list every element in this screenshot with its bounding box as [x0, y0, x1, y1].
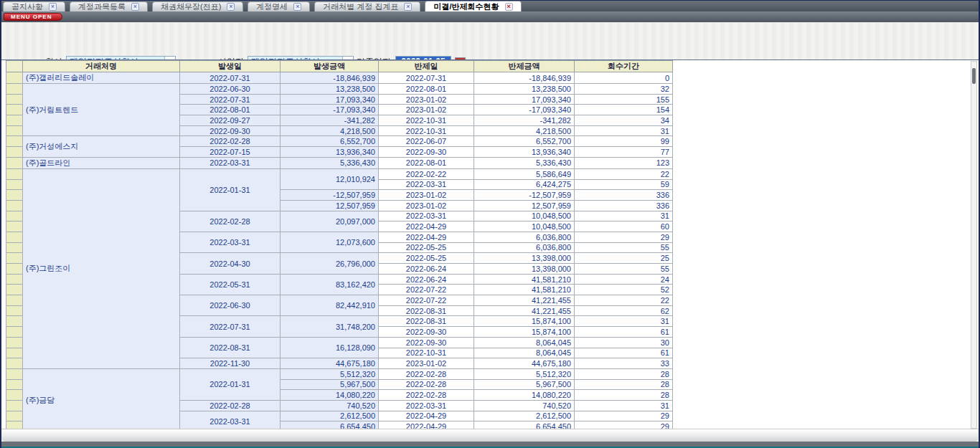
cell-collection-days[interactable]: 123	[575, 157, 673, 168]
cell-settlement-date[interactable]: 2022-04-29	[379, 221, 474, 232]
cell-collection-days[interactable]: 28	[575, 368, 673, 379]
cell-customer-name[interactable]: (주)갤러리드솔레이	[23, 72, 180, 84]
cell-collection-days[interactable]: 336	[575, 200, 673, 211]
cell-collection-days[interactable]: 32	[575, 84, 673, 95]
cell-occurrence-amount[interactable]: 12,073,600	[281, 232, 379, 252]
cell-settlement-amount[interactable]: 8,064,045	[474, 337, 575, 348]
row-selector[interactable]	[6, 295, 23, 306]
cell-occurrence-amount[interactable]: 31,748,200	[281, 316, 379, 337]
cell-occurrence-amount[interactable]: 740,520	[281, 400, 379, 411]
cell-collection-days[interactable]: 33	[575, 358, 673, 369]
cell-occurrence-date[interactable]: 2022-02-28	[180, 136, 281, 147]
cell-collection-days[interactable]: 154	[575, 105, 673, 115]
cell-settlement-date[interactable]: 2022-10-31	[379, 115, 474, 126]
cell-occurrence-amount[interactable]: 6,552,700	[281, 136, 379, 147]
cell-settlement-date[interactable]: 2022-03-31	[379, 400, 474, 411]
row-selector[interactable]	[6, 125, 23, 136]
tab-0[interactable]: 공지사항×	[3, 1, 65, 11]
vertical-scrollbar-thumb[interactable]	[972, 68, 976, 84]
cell-settlement-date[interactable]: 2022-05-25	[379, 253, 474, 264]
row-selector[interactable]	[6, 358, 23, 369]
cell-collection-days[interactable]: 55	[575, 242, 673, 253]
cell-occurrence-date[interactable]: 2022-01-31	[180, 368, 281, 400]
cell-settlement-date[interactable]: 2022-04-29	[379, 421, 474, 429]
cell-customer-name[interactable]: (주)그린조이	[23, 168, 180, 368]
cell-collection-days[interactable]: 30	[575, 337, 673, 348]
row-selector[interactable]	[6, 179, 23, 190]
cell-settlement-amount[interactable]: 41,221,455	[474, 295, 575, 306]
cell-settlement-amount[interactable]: 41,221,455	[474, 305, 575, 316]
cell-settlement-date[interactable]: 2022-06-24	[379, 264, 474, 275]
cell-occurrence-date[interactable]: 2022-02-28	[180, 211, 281, 232]
cell-customer-name[interactable]: (주)거림트렌드	[23, 84, 180, 136]
cell-settlement-amount[interactable]: 13,936,340	[474, 147, 575, 158]
cell-collection-days[interactable]: 60	[575, 221, 673, 232]
cell-occurrence-amount[interactable]: 83,162,420	[281, 274, 379, 295]
row-selector[interactable]	[6, 327, 23, 338]
cell-settlement-date[interactable]: 2022-05-25	[379, 242, 474, 253]
row-selector[interactable]	[6, 211, 23, 221]
cell-collection-days[interactable]: 155	[575, 94, 673, 105]
cell-settlement-amount[interactable]: 15,874,100	[474, 316, 575, 327]
cell-settlement-date[interactable]: 2022-03-31	[379, 179, 474, 190]
row-selector[interactable]	[6, 168, 23, 179]
vertical-scrollbar[interactable]	[971, 61, 977, 429]
cell-settlement-amount[interactable]: 14,080,220	[474, 390, 575, 401]
column-header[interactable]: 발생일	[180, 61, 281, 72]
cell-occurrence-date[interactable]: 2022-07-31	[180, 316, 281, 337]
cell-settlement-date[interactable]: 2022-08-31	[379, 305, 474, 316]
cell-occurrence-amount[interactable]: 14,080,220	[281, 390, 379, 401]
cell-collection-days[interactable]: 99	[575, 136, 673, 147]
cell-collection-days[interactable]: 31	[575, 316, 673, 327]
cell-occurrence-amount[interactable]: 13,238,500	[281, 84, 379, 95]
tab-3[interactable]: 계정명세×	[248, 1, 310, 11]
row-selector[interactable]	[6, 348, 23, 358]
cell-occurrence-date[interactable]: 2022-03-31	[180, 232, 281, 252]
cell-customer-name[interactable]: (주)골드라인	[23, 157, 180, 168]
cell-occurrence-amount[interactable]: 4,218,500	[281, 125, 379, 136]
cell-settlement-date[interactable]: 2022-10-31	[379, 125, 474, 136]
tab-close-icon[interactable]: ×	[293, 3, 301, 11]
cell-settlement-amount[interactable]: 15,874,100	[474, 327, 575, 338]
tab-close-icon[interactable]: ×	[131, 3, 139, 11]
cell-occurrence-date[interactable]: 2022-02-28	[180, 400, 281, 411]
cell-collection-days[interactable]: 29	[575, 411, 673, 421]
cell-collection-days[interactable]: 28	[575, 379, 673, 390]
cell-collection-days[interactable]: 59	[575, 179, 673, 190]
cell-settlement-date[interactable]: 2022-02-28	[379, 390, 474, 401]
cell-settlement-date[interactable]: 2022-09-30	[379, 327, 474, 338]
cell-collection-days[interactable]: 29	[575, 421, 673, 429]
cell-settlement-amount[interactable]: 5,967,500	[474, 379, 575, 390]
row-selector[interactable]	[6, 379, 23, 390]
cell-settlement-date[interactable]: 2022-09-30	[379, 147, 474, 158]
cell-collection-days[interactable]: 61	[575, 348, 673, 358]
tab-close-icon[interactable]: ×	[404, 3, 412, 11]
row-selector[interactable]	[6, 115, 23, 126]
cell-settlement-date[interactable]: 2022-02-28	[379, 379, 474, 390]
cell-collection-days[interactable]: 24	[575, 274, 673, 285]
cell-settlement-date[interactable]: 2023-01-02	[379, 190, 474, 201]
cell-settlement-amount[interactable]: 6,552,700	[474, 136, 575, 147]
column-header[interactable]: 거래처명	[23, 61, 180, 72]
tab-4[interactable]: 거래처별 계정 집계표×	[314, 1, 420, 11]
cell-settlement-amount[interactable]: 12,507,959	[474, 200, 575, 211]
cell-occurrence-amount[interactable]: 20,097,000	[281, 211, 379, 232]
cell-collection-days[interactable]: 22	[575, 168, 673, 179]
cell-collection-days[interactable]: 52	[575, 285, 673, 295]
cell-occurrence-date[interactable]: 2022-06-30	[180, 295, 281, 316]
row-selector[interactable]	[6, 147, 23, 158]
cell-settlement-amount[interactable]: 8,064,045	[474, 348, 575, 358]
row-selector[interactable]	[6, 94, 23, 105]
row-selector[interactable]	[6, 411, 23, 421]
cell-collection-days[interactable]: 28	[575, 390, 673, 401]
cell-settlement-date[interactable]: 2022-04-29	[379, 411, 474, 421]
cell-occurrence-date[interactable]: 2022-08-01	[180, 105, 281, 115]
row-selector[interactable]	[6, 84, 23, 95]
cell-occurrence-date[interactable]: 2022-03-31	[180, 157, 281, 168]
cell-occurrence-amount[interactable]: 5,336,430	[281, 157, 379, 168]
row-selector[interactable]	[6, 136, 23, 147]
menu-open-button[interactable]: MENU OPEN	[4, 13, 62, 21]
cell-collection-days[interactable]: 29	[575, 232, 673, 242]
cell-collection-days[interactable]: 336	[575, 190, 673, 201]
cell-settlement-amount[interactable]: 4,218,500	[474, 125, 575, 136]
